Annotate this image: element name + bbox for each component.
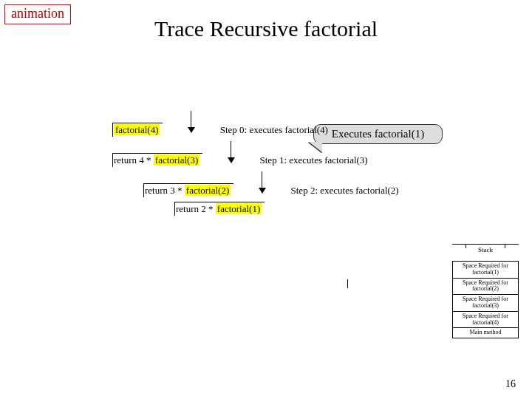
trace-level-1: return 4 * factorial(3) Step 1: executes… xyxy=(143,141,266,167)
step-label-1: Step 1: executes factorial(3) xyxy=(260,154,368,166)
call-highlight-1: factorial(3) xyxy=(154,154,200,166)
call-stack: Stack Space Required for factorial(1) Sp… xyxy=(452,244,519,338)
stack-frame: Space Required for factorial(2) xyxy=(453,278,518,295)
stack-frame: Space Required for factorial(4) xyxy=(453,311,518,328)
step-label-2: Step 2: executes factorial(2) xyxy=(291,185,399,197)
call-highlight-2: factorial(2) xyxy=(185,185,231,196)
trace-level-2: return 3 * factorial(2) Step 2: executes… xyxy=(174,171,266,197)
trace-level-0: factorial(4) Step 0: executes factorial(… xyxy=(112,111,266,137)
page-number: 16 xyxy=(505,378,516,390)
call-highlight-3: factorial(1) xyxy=(216,203,262,214)
callout: Executes factorial(1) xyxy=(313,124,443,144)
stack-frame: Space Required for factorial(3) xyxy=(453,294,518,311)
page-title: Trace Recursive factorial xyxy=(0,16,532,41)
call-text-3: return 2 * xyxy=(176,203,216,214)
trace-level-3: return 2 * factorial(1) xyxy=(205,202,266,216)
trace-diagram: factorial(4) Step 0: executes factorial(… xyxy=(112,111,266,220)
stack-frame: Space Required for factorial(1) xyxy=(453,261,518,278)
arrow-down-icon: Step 0: executes factorial(4) xyxy=(188,111,195,133)
arrow-down-icon: Step 1: executes factorial(3) xyxy=(228,141,235,163)
callout-text: Executes factorial(1) xyxy=(313,124,443,144)
step-label-0: Step 0: executes factorial(4) xyxy=(220,124,328,136)
callout-tail-icon xyxy=(309,142,322,152)
call-text-1: return 4 * xyxy=(114,154,154,166)
call-highlight-0: factorial(4) xyxy=(114,124,160,135)
stack-title: Stack xyxy=(452,244,519,255)
stack-frame: Main method xyxy=(453,327,518,338)
call-text-2: return 3 * xyxy=(145,185,185,196)
trace-break-mark xyxy=(347,279,352,288)
arrow-down-icon: Step 2: executes factorial(2) xyxy=(259,171,266,194)
